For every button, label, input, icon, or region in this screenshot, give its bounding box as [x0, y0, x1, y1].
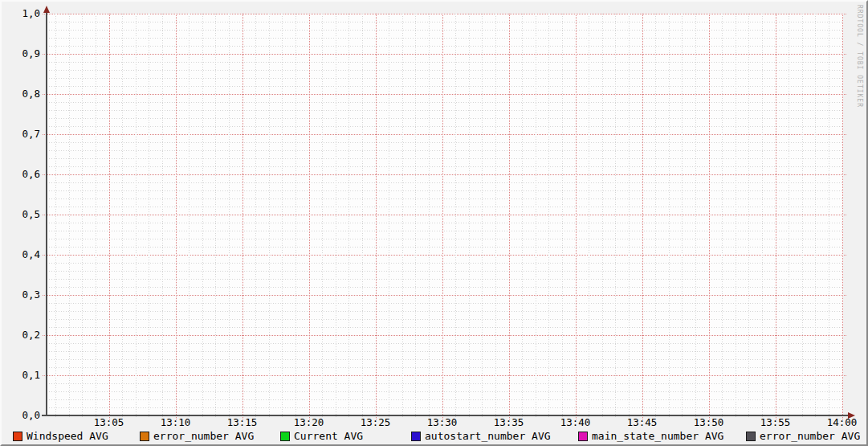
minor-gridline-v	[602, 14, 603, 418]
major-gridline-h	[43, 94, 846, 95]
minor-gridline-h	[47, 158, 843, 159]
major-gridline-h	[43, 54, 846, 55]
minor-gridline-h	[47, 86, 843, 87]
minor-gridline-h	[47, 247, 843, 248]
y-tick-label: 0,1	[2, 369, 40, 382]
minor-gridline-v	[536, 14, 536, 418]
minor-gridline-v	[215, 14, 216, 418]
legend-swatch-icon	[280, 432, 290, 441]
x-tick-label: 13:20	[285, 417, 333, 428]
minor-gridline-h	[47, 70, 843, 71]
minor-gridline-v	[802, 14, 803, 418]
minor-gridline-v	[748, 14, 749, 418]
legend-item-6: error_number AVG	[746, 430, 860, 442]
major-gridline-v	[176, 14, 177, 419]
minor-gridline-v	[548, 14, 549, 418]
minor-gridline-h	[47, 391, 843, 392]
major-gridline-h	[43, 295, 846, 296]
legend-item-4: autostart_number AVG	[411, 430, 551, 442]
legend-item-2: error_number AVG	[140, 430, 254, 442]
minor-gridline-h	[47, 287, 843, 288]
legend-label: Windspeed AVG	[26, 430, 108, 442]
minor-gridline-v	[269, 14, 270, 418]
minor-gridline-h	[47, 351, 843, 352]
minor-gridline-h	[47, 223, 843, 223]
x-tick-label: 13:50	[685, 417, 733, 428]
legend-item-1: Windspeed AVG	[13, 430, 108, 442]
minor-gridline-v	[815, 14, 816, 418]
minor-gridline-v	[695, 14, 696, 418]
minor-gridline-v	[762, 14, 763, 418]
minor-gridline-h	[47, 383, 843, 384]
minor-gridline-h	[47, 263, 843, 264]
y-tick-label: 0,3	[2, 288, 40, 301]
major-gridline-h	[43, 14, 846, 14]
minor-gridline-v	[136, 14, 137, 418]
minor-gridline-v	[336, 14, 336, 418]
x-tick-label: 13:30	[418, 417, 467, 428]
minor-gridline-v	[96, 14, 96, 418]
y-tick-label: 0,9	[2, 47, 40, 60]
minor-gridline-h	[47, 327, 843, 328]
minor-gridline-v	[615, 14, 616, 418]
major-gridline-v	[709, 14, 710, 419]
minor-gridline-v	[348, 14, 349, 418]
minor-gridline-h	[47, 110, 843, 111]
minor-gridline-h	[47, 367, 843, 368]
major-gridline-v	[442, 14, 443, 419]
y-tick-label: 0,6	[2, 168, 40, 181]
legend-label: autostart_number AVG	[425, 430, 551, 442]
legend-swatch-icon	[578, 432, 588, 441]
major-gridline-h	[43, 335, 846, 336]
x-tick-label: 13:40	[552, 417, 600, 428]
minor-gridline-h	[47, 271, 843, 272]
y-tick-label: 0,2	[2, 329, 40, 342]
legend-item-3: Current AVG	[280, 430, 363, 442]
major-gridline-v	[242, 14, 243, 419]
minor-gridline-v	[389, 14, 389, 418]
minor-gridline-v	[682, 14, 683, 418]
minor-gridline-v	[202, 14, 203, 418]
minor-gridline-h	[47, 102, 843, 103]
major-gridline-v	[842, 14, 843, 419]
plot-area	[47, 14, 843, 415]
legend-swatch-icon	[13, 432, 22, 441]
minor-gridline-v	[55, 14, 56, 418]
legend-item-5: main_state_number AVG	[578, 430, 723, 442]
minor-gridline-h	[47, 46, 843, 47]
minor-gridline-h	[47, 182, 843, 183]
minor-gridline-h	[47, 343, 843, 344]
minor-gridline-v	[122, 14, 123, 418]
major-gridline-h	[43, 375, 846, 376]
minor-gridline-v	[149, 14, 149, 418]
minor-gridline-v	[789, 14, 789, 418]
minor-gridline-v	[322, 14, 323, 418]
rrdtool-graph-image: 1,00,90,80,70,60,50,40,30,20,10,0 13:051…	[0, 0, 868, 446]
y-tick-label: 0,8	[2, 88, 40, 100]
minor-gridline-v	[415, 14, 416, 418]
x-tick-label: 13:10	[152, 417, 200, 428]
major-gridline-h	[43, 255, 846, 256]
minor-gridline-v	[229, 14, 230, 418]
minor-gridline-h	[47, 142, 843, 143]
minor-gridline-v	[282, 14, 283, 418]
minor-gridline-v	[362, 14, 363, 418]
minor-gridline-h	[47, 190, 843, 191]
major-gridline-v	[309, 14, 310, 419]
major-gridline-v	[109, 14, 110, 419]
minor-gridline-v	[736, 14, 736, 418]
major-gridline-v	[376, 14, 377, 419]
minor-gridline-h	[47, 303, 843, 304]
minor-gridline-v	[469, 14, 470, 418]
minor-gridline-h	[47, 231, 843, 231]
minor-gridline-v	[295, 14, 296, 418]
minor-gridline-v	[629, 14, 630, 418]
major-gridline-v	[576, 14, 577, 419]
major-gridline-v	[509, 14, 510, 419]
x-tick-label: 13:35	[485, 417, 533, 428]
x-tick-label: 13:25	[352, 417, 400, 428]
minor-gridline-v	[255, 14, 256, 418]
minor-gridline-v	[429, 14, 430, 418]
minor-gridline-v	[189, 14, 189, 418]
watermark: RRDTOOL / TOBI OETIKER	[856, 5, 863, 108]
